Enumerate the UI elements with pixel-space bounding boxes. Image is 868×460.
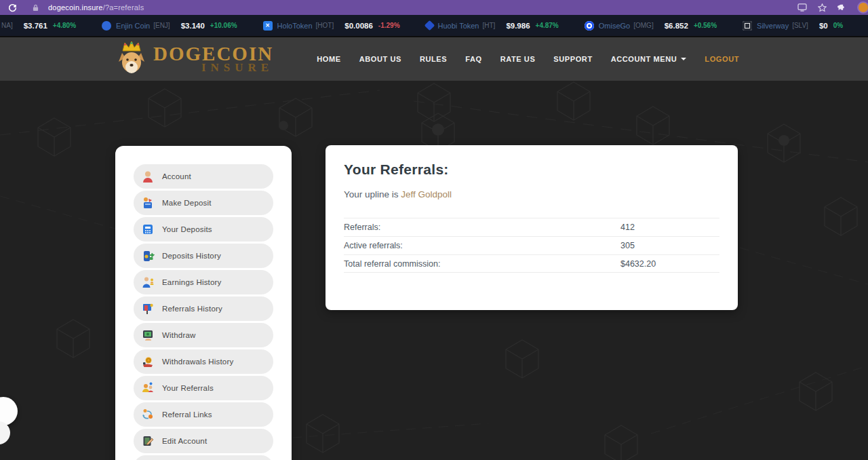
stat-value: $4632.20 [620,259,719,269]
ticker-item-omisego[interactable]: OmiseGo [OMG] $6.852 +0.56% [585,21,717,31]
deposits-history-icon [140,248,155,263]
ticker-item-enjin[interactable]: Enjin Coin [ENJ] $3.140 +10.06% [102,21,237,31]
page: dogecoin.insure/?a=referals NA] $3.761 +… [0,0,868,460]
nav-account-menu[interactable]: ACCOUNT MENU [611,55,687,63]
coin-tag: [HOT] [316,22,334,29]
url-field[interactable]: dogecoin.insure/?a=referals [48,3,144,12]
url-path: /?a=referals [103,3,144,12]
browser-address-bar: dogecoin.insure/?a=referals [0,0,868,15]
sidebar-item-withdraw[interactable]: Withdraw [134,323,273,347]
coin-tag: [ENJ] [153,22,170,29]
sidebar-item-earnings-history[interactable]: Earnings History [134,270,273,294]
sidebar-item-deposits-history[interactable]: Deposits History [134,244,273,268]
nav-home[interactable]: HOME [317,55,340,63]
upline-link[interactable]: Jeff Goldpoll [401,189,452,199]
coin-tag: [OMG] [633,22,653,29]
table-row-total-commission: Total referral commission: $4632.20 [344,254,719,273]
coin-change: +4.87% [536,22,559,29]
sidebar-item-label: Make Deposit [162,199,212,207]
sidebar-item-label: Your Referrals [162,384,214,392]
stat-label: Active referrals: [344,241,620,250]
account-icon [140,169,155,184]
coin-price: $6.852 [665,22,688,30]
chat-widget-button[interactable] [0,397,18,425]
ticker-item-huobi[interactable]: Huobi Token [HT] $9.986 +4.87% [426,22,559,30]
stat-value: 305 [620,241,719,250]
coin-name: HoloToken [277,22,313,30]
ticker-item-silverway[interactable]: Silverway [SLV] $0 0% [743,21,843,31]
sidebar-item-label: Account [162,172,191,180]
coin-price: $3.761 [24,22,47,30]
sidebar-item-your-deposits[interactable]: Your Deposits [134,217,273,242]
earnings-history-icon [140,275,155,290]
coin-price: $0.0086 [344,22,373,30]
coin-change: +10.06% [210,22,237,29]
stat-value: 412 [620,223,719,232]
coin-price: $3.140 [181,22,205,30]
nav-logout[interactable]: LOGOUT [705,55,739,63]
lock-icon[interactable] [33,4,39,12]
omisego-icon [585,21,594,31]
sidebar-item-referrals-history[interactable]: Referrals History [134,296,273,321]
coin-name: Silverway [757,22,789,30]
nav-faq[interactable]: FAQ [465,55,481,63]
sidebar-item-account[interactable]: Account [134,164,273,189]
sidebar-item-referral-links[interactable]: Referral Links [134,402,273,427]
nav-about-us[interactable]: ABOUT US [359,55,401,63]
sidebar-item-label: Edit Account [162,437,207,445]
edit-account-icon [140,434,155,448]
ticker-item-holotoken[interactable]: ✕ HoloToken [HOT] $0.0086 -1.29% [263,21,400,31]
coin-tag: [SLV] [792,22,808,29]
bookmark-star-icon[interactable] [818,3,827,12]
enjin-coin-icon [102,21,111,31]
extensions-puzzle-icon[interactable] [837,3,846,12]
main-nav: HOME ABOUT US RULES FAQ RATE US SUPPORT … [317,55,739,63]
huobi-token-icon [424,20,435,31]
sidebar-item-label: Referrals History [162,305,222,313]
sidebar-item-edit-account[interactable]: Edit Account [134,429,273,453]
coin-price: $9.986 [506,22,530,30]
coin-change: -1.29% [378,22,400,29]
sidebar-item-make-deposit[interactable]: Make Deposit [134,191,273,215]
sidebar-item-label: Earnings History [162,278,222,286]
silverway-icon [743,21,752,31]
holotoken-icon: ✕ [263,21,273,31]
sidebar-item-label: Deposits History [162,252,221,260]
sidebar-item-label: Withdrawals History [162,358,233,366]
sidebar-item-partial[interactable] [134,455,273,460]
site-header: DOGECOIN INSURE HOME ABOUT US RULES FAQ … [0,37,868,81]
sidebar-item-your-referrals[interactable]: Your Referrals [134,376,273,400]
avatar[interactable] [857,1,868,14]
your-referrals-icon [140,381,155,396]
upline-prefix: Your upline is [344,189,401,199]
referral-links-icon [140,407,155,422]
screenshot-icon[interactable] [797,3,807,12]
stat-label: Referrals: [344,223,620,232]
coin-tag: [HT] [482,22,495,29]
nav-support[interactable]: SUPPORT [553,55,592,63]
reload-icon[interactable] [8,3,18,12]
dogecoin-dog-icon [114,40,149,78]
page-content: Account Make Deposit Your Deposits Depos… [0,81,868,460]
crypto-ticker-bar: NA] $3.761 +4.80% Enjin Coin [ENJ] $3.14… [0,15,868,37]
coin-change: 0% [833,22,843,29]
coin-tag: NA] [1,22,13,29]
referrals-history-icon [140,301,155,316]
sidebar-item-label: Referral Links [162,410,212,419]
nav-rate-us[interactable]: RATE US [500,55,536,63]
referrals-card: Your Referrals: Your upline is Jeff Gold… [326,145,738,310]
sidebar-item-withdrawals-history[interactable]: Withdrawals History [134,349,273,374]
account-sidebar: Account Make Deposit Your Deposits Depos… [115,146,292,460]
logo-dogecoin-text: DOGECOIN [153,45,273,62]
chrome-toolbar-icons [797,1,861,14]
table-row-referrals: Referrals: 412 [344,218,719,236]
nav-rules[interactable]: RULES [420,55,447,63]
logo-text: DOGECOIN INSURE [153,45,273,73]
coin-change: +0.56% [694,22,717,29]
site-logo[interactable]: DOGECOIN INSURE [114,40,273,78]
url-domain: dogecoin.insure [48,3,103,12]
chat-widget-button-secondary[interactable] [0,421,10,444]
ticker-item-mana[interactable]: NA] $3.761 +4.80% [1,22,76,30]
coin-price: $0 [819,22,828,30]
withdraw-icon [140,328,155,343]
